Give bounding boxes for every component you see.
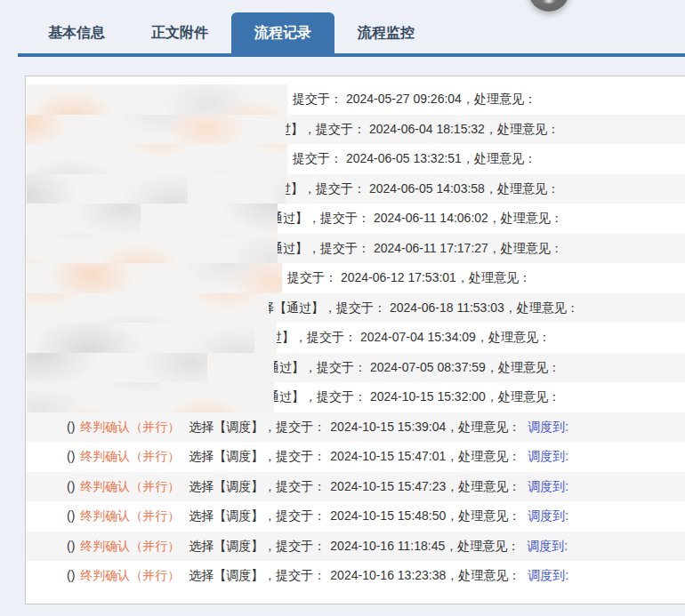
redacted-blur — [27, 204, 278, 234]
record-action: 选择【调度】，提交于： — [189, 568, 326, 582]
tab-process-record[interactable]: 流程记录 — [231, 12, 334, 53]
record-stage: 终判确认（并行） — [80, 508, 180, 523]
process-record-panel: ，提交于： 2024-05-27 09:26:04，处理意见：过】，提交于： 2… — [25, 76, 685, 604]
record-opinion-label: ，处理意见： — [446, 568, 520, 582]
record-timestamp: 2024-10-16 13:23:38 — [330, 568, 446, 582]
redacted-blur — [27, 382, 274, 412]
dispatch-to-link[interactable]: 调度到: — [528, 420, 568, 434]
tab-bar: 基本信息 正文附件 流程记录 流程监控 — [18, 12, 685, 57]
record-row: ，提交于： 2024-05-27 09:26:04，处理意见： — [26, 84, 685, 115]
dispatch-to-link[interactable]: 调度到: — [528, 568, 568, 582]
record-action: 选择【调度】，提交于： — [189, 420, 326, 434]
records-list: ，提交于： 2024-05-27 09:26:04，处理意见：过】，提交于： 2… — [26, 84, 685, 591]
record-text: 通过】，提交于： 2024-06-11 17:17:27，处理意见： — [270, 241, 563, 255]
record-prefix: () — [67, 539, 75, 553]
record-prefix: () — [67, 568, 75, 582]
record-row: ，提交于： 2024-06-12 17:53:01，处理意见： — [26, 263, 685, 293]
record-timestamp: 2024-10-15 15:48:50 — [330, 508, 446, 523]
record-prefix: () — [67, 479, 75, 493]
record-stage: 终判确认（并行） — [80, 420, 180, 434]
record-text: ，提交于： 2024-06-12 17:53:01，处理意见： — [275, 270, 531, 284]
record-row: 通过】，提交于： 2024-07-05 08:37:59，处理意见： — [26, 353, 685, 383]
record-opinion-label: ，处理意见： — [446, 479, 520, 493]
record-row: 过】，提交于： 2024-06-04 18:15:32，处理意见： — [26, 115, 685, 145]
record-row: 过】，提交于： 2024-07-04 15:34:09，处理意见： — [26, 323, 685, 353]
redacted-blur — [27, 234, 278, 264]
record-timestamp: 2024-10-16 11:18:45 — [330, 539, 445, 553]
record-row: 通过】，提交于： 2024-06-11 17:17:27，处理意见： — [26, 234, 685, 264]
record-row: ()终判确认（并行）选择【调度】，提交于：2024-10-16 13:23:38… — [26, 561, 685, 591]
record-opinion-label: ，处理意见： — [445, 539, 520, 553]
record-row: 通过】，提交于： 2024-10-15 15:32:00，处理意见： — [26, 382, 685, 412]
redacted-blur — [27, 353, 274, 383]
tab-body-attachments[interactable]: 正文附件 — [128, 12, 231, 53]
record-row: 通过】，提交于： 2024-06-11 14:06:02，处理意见： — [26, 204, 685, 234]
record-row: ()终判确认（并行）选择【调度】，提交于：2024-10-15 15:48:50… — [26, 501, 685, 532]
redacted-blur — [27, 174, 286, 204]
record-action: 选择【调度】，提交于： — [189, 539, 326, 553]
record-action: 选择【调度】，提交于： — [189, 479, 326, 493]
record-prefix: () — [67, 420, 75, 434]
redacted-blur — [27, 144, 287, 174]
dispatch-to-link[interactable]: 调度到: — [527, 539, 568, 553]
record-prefix: () — [67, 449, 75, 463]
record-row: ()终判确认（并行）选择【调度】，提交于：2024-10-16 11:18:45… — [26, 532, 685, 562]
record-opinion-label: ，处理意见： — [446, 508, 520, 523]
tab-process-monitor[interactable]: 流程监控 — [334, 12, 438, 53]
record-row: ()终判确认（并行）选择【调度】，提交于：2024-10-15 15:39:04… — [26, 412, 685, 443]
record-row: ，提交于： 2024-06-05 13:32:51，处理意见： — [26, 144, 685, 174]
record-stage: 终判确认（并行） — [80, 479, 180, 493]
record-timestamp: 2024-10-15 15:47:23 — [330, 479, 446, 493]
record-opinion-label: ，处理意见： — [446, 420, 520, 434]
record-text: 过】，提交于： 2024-06-05 14:03:58，处理意见： — [278, 181, 560, 196]
record-stage: 终判确认（并行） — [80, 449, 180, 463]
record-text: 择【通过】，提交于： 2024-06-18 11:53:03，处理意见： — [262, 300, 579, 315]
record-opinion-label: ，处理意见： — [446, 449, 520, 463]
tab-basic-info[interactable]: 基本信息 — [25, 12, 128, 53]
record-row: 过】，提交于： 2024-06-05 14:03:58，处理意见： — [26, 174, 685, 204]
page: { "colors": { "accent_blue": "#3b73af", … — [0, 0, 685, 616]
record-timestamp: 2024-10-15 15:39:04 — [330, 420, 446, 434]
record-text: ，提交于： 2024-06-05 13:32:51，处理意见： — [280, 151, 536, 165]
record-row: 择【通过】，提交于： 2024-06-18 11:53:03，处理意见： — [26, 293, 685, 324]
dispatch-to-link[interactable]: 调度到: — [528, 508, 568, 523]
redacted-blur — [27, 263, 282, 293]
dispatch-to-link[interactable]: 调度到: — [528, 479, 568, 493]
redacted-blur — [27, 84, 287, 115]
record-action: 选择【调度】，提交于： — [189, 508, 326, 523]
record-text: 过】，提交于： 2024-07-04 15:34:09，处理意见： — [270, 330, 551, 344]
dispatch-to-link[interactable]: 调度到: — [528, 449, 568, 463]
record-stage: 终判确认（并行） — [80, 539, 180, 553]
record-text: 通过】，提交于： 2024-10-15 15:32:00，处理意见： — [267, 389, 560, 404]
redacted-blur — [27, 293, 269, 324]
floating-action-button[interactable] — [528, 0, 569, 12]
redacted-blur — [27, 115, 286, 145]
record-row: ()终判确认（并行）选择【调度】，提交于：2024-10-15 15:47:23… — [26, 472, 685, 502]
record-row: ()终判确认（并行）选择【调度】，提交于：2024-10-15 15:47:01… — [26, 442, 685, 472]
record-stage: 终判确认（并行） — [80, 568, 180, 582]
record-text: ，提交于： 2024-05-27 09:26:04，处理意见： — [280, 92, 536, 106]
record-text: 通过】，提交于： 2024-06-11 14:06:02，处理意见： — [270, 211, 563, 225]
record-action: 选择【调度】，提交于： — [189, 449, 326, 463]
record-text: 过】，提交于： 2024-06-04 18:15:32，处理意见： — [278, 122, 560, 136]
record-timestamp: 2024-10-15 15:47:01 — [330, 449, 446, 463]
record-prefix: () — [67, 508, 75, 523]
record-text: 通过】，提交于： 2024-07-05 08:37:59，处理意见： — [267, 360, 560, 374]
redacted-blur — [27, 323, 277, 353]
